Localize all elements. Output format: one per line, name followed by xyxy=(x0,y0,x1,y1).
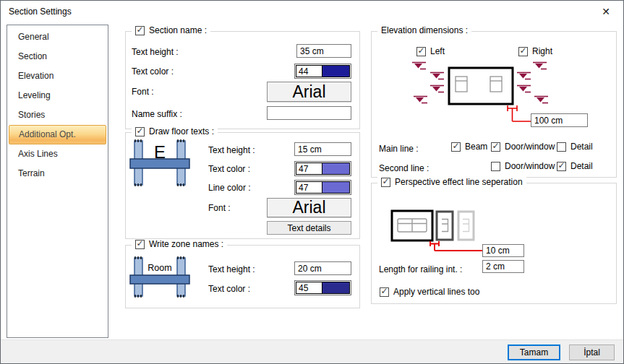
main-line-detail-checkbox[interactable]: Detail xyxy=(557,142,593,152)
text-height-label: Text height : xyxy=(208,264,255,274)
group-perspective-title: Perspective effect line seperation xyxy=(395,177,523,187)
color-number: 45 xyxy=(296,282,322,294)
main-line-beam-checkbox[interactable]: ✓ Beam xyxy=(451,142,487,152)
color-swatch xyxy=(322,162,350,175)
name-suffix-input[interactable] xyxy=(267,106,351,120)
sidebar-item-elevation[interactable]: Elevation xyxy=(9,66,106,86)
text-color-label: Text color : xyxy=(208,164,250,174)
close-icon[interactable]: ✕ xyxy=(594,3,617,20)
sidebar-item-general[interactable]: General xyxy=(9,27,106,47)
dimension-leader-line xyxy=(508,105,531,121)
section-name-font-button[interactable]: Arial xyxy=(267,82,351,102)
title-bar: Section Settings ✕ xyxy=(1,1,623,22)
group-elevation-dimensions-legend: Elevation dimensions : xyxy=(377,25,471,35)
separation-leader-line xyxy=(430,241,482,251)
second-line-label: Second line : xyxy=(379,163,429,173)
group-perspective-legend: ✓ Perspective effect line seperation xyxy=(377,177,526,187)
floor-texts-checkbox[interactable]: ✓ xyxy=(135,127,145,136)
group-elevation-dimensions-title: Elevation dimensions : xyxy=(381,25,468,35)
section-settings-dialog: Section Settings ✕ General Section Eleva… xyxy=(0,0,624,364)
ok-button[interactable]: Tamam xyxy=(508,344,560,360)
main-line-label: Main line : xyxy=(379,144,419,154)
text-height-label: Text height : xyxy=(208,145,255,155)
group-section-name: ✓ Section name : Text height : Text colo… xyxy=(125,31,360,129)
separation-distance-input[interactable] xyxy=(482,244,524,257)
color-number: 47 xyxy=(296,181,322,194)
zone-names-checkbox[interactable]: ✓ xyxy=(135,240,145,249)
group-zone-names-title: Write zone names : xyxy=(149,239,223,249)
font-label: Font : xyxy=(132,87,154,97)
color-number: 44 xyxy=(296,65,322,77)
zone-icon-label: Room xyxy=(148,263,171,273)
second-line-door-window-checkbox[interactable]: Door/window xyxy=(491,161,555,171)
floor-texts-line-color-picker[interactable]: 47 xyxy=(294,180,351,195)
name-suffix-label: Name suffix : xyxy=(132,109,182,119)
main-line-door-window-checkbox[interactable]: ✓ Door/window xyxy=(491,142,555,152)
sidebar-item-section[interactable]: Section xyxy=(9,47,106,66)
left-checkbox[interactable]: ✓ Left xyxy=(416,46,445,56)
cancel-button[interactable]: İptal xyxy=(569,344,615,360)
perspective-checkbox[interactable]: ✓ xyxy=(381,178,390,187)
group-floor-texts-title: Draw floor texts : xyxy=(149,126,214,136)
group-elevation-dimensions: Elevation dimensions : ✓ Left ✓ Right xyxy=(371,31,617,178)
color-number: 47 xyxy=(296,162,322,175)
sidebar-item-stories[interactable]: Stories xyxy=(9,105,106,125)
font-label: Font : xyxy=(208,203,231,213)
color-swatch xyxy=(322,181,350,194)
section-name-text-height-input[interactable] xyxy=(296,44,351,58)
color-swatch xyxy=(322,282,350,294)
group-zone-names-legend: ✓ Write zone names : xyxy=(132,239,227,249)
settings-category-list: General Section Elevation Leveling Stori… xyxy=(7,25,108,338)
apply-vertical-lines-checkbox[interactable]: ✓ Apply vertical lines too xyxy=(380,287,479,297)
group-section-name-title: Section name : xyxy=(149,25,207,35)
text-details-button[interactable]: Text details xyxy=(267,221,351,235)
sidebar-item-additional-opt[interactable]: Additional Opt. xyxy=(9,125,106,144)
section-name-text-color-picker[interactable]: 44 xyxy=(294,64,351,79)
floor-texts-text-color-picker[interactable]: 47 xyxy=(294,161,351,176)
group-floor-texts: ✓ Draw floor texts : E Text height : Tex… xyxy=(125,132,360,239)
section-name-checkbox[interactable]: ✓ xyxy=(135,26,145,35)
floor-texts-text-height-input[interactable] xyxy=(294,142,351,156)
second-line-detail-checkbox[interactable]: ✓ Detail xyxy=(557,161,593,171)
railing-length-input[interactable] xyxy=(482,260,524,273)
text-height-label: Text height : xyxy=(132,47,179,57)
sidebar-item-terrain[interactable]: Terrain xyxy=(9,164,106,183)
level-symbol: E xyxy=(154,142,166,162)
color-swatch xyxy=(322,65,350,77)
text-color-label: Text color : xyxy=(208,284,250,294)
text-color-label: Text color : xyxy=(132,66,174,77)
line-color-label: Line color : xyxy=(208,183,251,193)
railing-length-label: Length for railing int. : xyxy=(379,264,462,274)
elevation-offset-input[interactable] xyxy=(531,113,588,127)
zone-section-icon: Room xyxy=(129,256,191,298)
right-checkbox[interactable]: ✓ Right xyxy=(518,46,552,56)
group-zone-names: ✓ Write zone names : Room Text height : … xyxy=(125,245,360,308)
sidebar-item-axis-lines[interactable]: Axis Lines xyxy=(9,144,106,164)
group-perspective: ✓ Perspective effect line seperation Len… xyxy=(371,183,617,304)
window-title: Section Settings xyxy=(9,6,72,17)
zone-names-text-color-picker[interactable]: 45 xyxy=(294,280,351,295)
group-floor-texts-legend: ✓ Draw floor texts : xyxy=(132,126,218,136)
floor-texts-font-button[interactable]: Arial xyxy=(267,198,351,217)
sidebar-item-leveling[interactable]: Leveling xyxy=(9,86,106,105)
floor-section-icon: E xyxy=(129,139,191,187)
group-section-name-legend: ✓ Section name : xyxy=(132,25,210,35)
zone-names-text-height-input[interactable] xyxy=(294,261,351,275)
building-outline xyxy=(449,68,513,104)
